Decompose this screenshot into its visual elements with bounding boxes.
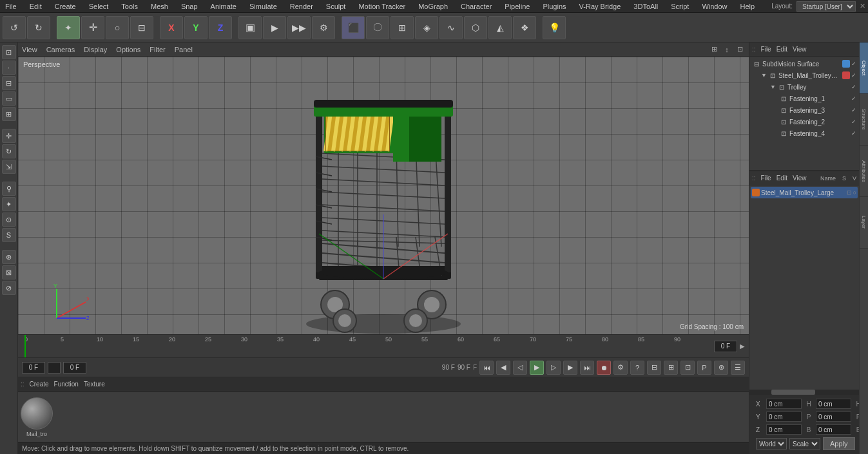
- apply-button[interactable]: Apply: [823, 437, 855, 450]
- obj-check-f3[interactable]: ✓: [851, 107, 856, 113]
- transport-record-btn[interactable]: ⏺: [597, 361, 611, 375]
- mograph-button[interactable]: ❖: [513, 16, 536, 39]
- lt-scale[interactable]: ⇲: [2, 160, 16, 174]
- material-menu-function[interactable]: Function: [54, 381, 79, 388]
- transport-step-back2-btn[interactable]: ◁: [513, 361, 527, 375]
- obj-check-f2[interactable]: ✓: [851, 118, 856, 125]
- spline-button[interactable]: ∿: [439, 16, 463, 39]
- lt-select[interactable]: ⊙: [2, 213, 16, 227]
- transport-sync-btn[interactable]: P: [697, 361, 711, 375]
- lower-menu-view[interactable]: View: [793, 175, 807, 182]
- obj-check-f1[interactable]: ✓: [851, 95, 856, 102]
- light-button[interactable]: 💡: [543, 16, 566, 39]
- viewport-menu-cameras[interactable]: Cameras: [46, 46, 75, 53]
- viewport-icon-3[interactable]: ⊡: [735, 44, 745, 55]
- menu-vray-bridge[interactable]: V-Ray Bridge: [577, 3, 624, 10]
- transport-grid-btn[interactable]: ⊞: [664, 361, 678, 375]
- lt-rotate[interactable]: ↻: [2, 144, 16, 158]
- menu-snap[interactable]: Snap: [178, 3, 200, 10]
- right-tab-layer[interactable]: Layer: [860, 197, 868, 249]
- render-button[interactable]: ▶: [263, 16, 286, 39]
- undo-button[interactable]: ↺: [3, 16, 26, 39]
- menu-animate[interactable]: Animate: [208, 3, 239, 10]
- viewport-menu-options[interactable]: Options: [116, 46, 140, 53]
- obj-row-fastening1[interactable]: ⊡ Fastening_1 ✓: [751, 93, 858, 104]
- lower-scroll-thumb[interactable]: [771, 390, 815, 395]
- material-menu-texture[interactable]: Texture: [84, 381, 105, 388]
- menu-mesh[interactable]: Mesh: [148, 3, 171, 10]
- obj-check-f4[interactable]: ✓: [851, 130, 856, 137]
- menu-help[interactable]: Help: [738, 3, 758, 10]
- axis-z-button[interactable]: Z: [209, 16, 232, 39]
- start-frame-input[interactable]: [63, 362, 86, 374]
- material-item-0[interactable]: Mail_tro: [21, 397, 53, 437]
- coord-input-hx[interactable]: [816, 399, 851, 409]
- timeline-track[interactable]: 0 5 10 15 20 25 30 35 40 45 50 55 60 65: [18, 335, 710, 357]
- timeline[interactable]: 0 5 10 15 20 25 30 35 40 45 50 55 60 65: [18, 334, 749, 357]
- menu-window[interactable]: Window: [699, 3, 729, 10]
- render-pv-button[interactable]: ▶▶: [287, 16, 311, 39]
- coord-input-pz[interactable]: [766, 424, 802, 435]
- layout-dropdown[interactable]: Startup [User]: [796, 1, 856, 12]
- viewport-canvas[interactable]: Perspective: [18, 57, 749, 334]
- obj-row-trolley-large[interactable]: ▼ ⊡ Steel_Mail_Trolley_Large ✓: [751, 70, 858, 81]
- transport-mode-btn[interactable]: ⊛: [714, 361, 728, 375]
- lt-polygon-mode[interactable]: ▭: [2, 91, 16, 106]
- move-tool-button[interactable]: ✛: [81, 16, 104, 39]
- menu-create[interactable]: Create: [52, 3, 79, 10]
- obj-row-fastening2[interactable]: ⊡ Fastening_2 ✓: [751, 116, 858, 128]
- axis-y-button[interactable]: Y: [184, 16, 207, 39]
- viewport-menu-view[interactable]: View: [22, 46, 37, 53]
- coord-world-select[interactable]: World: [756, 438, 787, 449]
- coord-input-sy[interactable]: [816, 411, 851, 422]
- viewport-icon-2[interactable]: ↕: [722, 44, 732, 55]
- lower-menu-edit[interactable]: Edit: [776, 175, 787, 182]
- obj-row-subdivision[interactable]: ⊟ Subdivision Surface ✓: [751, 58, 858, 70]
- material-menu-create[interactable]: Create: [30, 381, 49, 388]
- close-icon[interactable]: ✕: [860, 2, 865, 10]
- obj-menu-view[interactable]: View: [793, 46, 807, 53]
- menu-render[interactable]: Render: [287, 3, 316, 10]
- generator-button[interactable]: ⬡: [464, 16, 487, 39]
- nurbs-button[interactable]: 〇: [366, 16, 389, 39]
- timeline-frame-input[interactable]: [714, 341, 737, 352]
- menu-tools[interactable]: Tools: [119, 3, 140, 10]
- viewport-menu-display[interactable]: Display: [84, 46, 107, 53]
- lt-move[interactable]: ✛: [2, 129, 16, 143]
- right-tab-attributes[interactable]: Attributes: [860, 146, 868, 197]
- scale-tool-button[interactable]: ⊟: [130, 16, 153, 39]
- menu-select[interactable]: Select: [86, 3, 111, 10]
- coord-scale-select[interactable]: Scale: [789, 438, 820, 449]
- render-region-button[interactable]: ▣: [238, 16, 262, 39]
- right-tab-structure[interactable]: Structure: [860, 94, 868, 146]
- lower-obj-row-trolley[interactable]: Steel_Mail_Trolley_Large ⊡ ○: [751, 187, 858, 198]
- obj-row-trolley[interactable]: ▼ ⊡ Trolley ✓: [751, 81, 858, 93]
- lower-obj-s[interactable]: ⊡: [847, 189, 852, 196]
- tag-button[interactable]: ◭: [488, 16, 512, 39]
- menu-pipeline[interactable]: Pipeline: [502, 3, 532, 10]
- menu-script[interactable]: Script: [668, 3, 691, 10]
- axis-x-button[interactable]: X: [160, 16, 183, 39]
- transport-extra-btn[interactable]: ⊟: [647, 361, 661, 375]
- lt-edge-mode[interactable]: ⊟: [2, 76, 16, 90]
- lt-mesh[interactable]: ⊠: [2, 265, 16, 279]
- viewport-menu-panel[interactable]: Panel: [175, 46, 193, 53]
- render-settings-button[interactable]: ⚙: [312, 16, 335, 39]
- coord-input-px[interactable]: [766, 399, 802, 409]
- obj-row-fastening3[interactable]: ⊡ Fastening_3 ✓: [751, 104, 858, 116]
- transport-auto-key-btn[interactable]: ⚙: [613, 361, 628, 375]
- rotate-tool-button[interactable]: ○: [106, 16, 129, 39]
- lt-paint[interactable]: S: [2, 228, 16, 242]
- right-tab-object[interactable]: Object: [860, 43, 868, 94]
- current-frame-input[interactable]: [22, 362, 45, 374]
- obj-menu-edit[interactable]: Edit: [776, 46, 787, 53]
- coord-input-py[interactable]: [766, 411, 802, 422]
- obj-menu-file[interactable]: File: [761, 46, 771, 53]
- transport-step-fwd-btn[interactable]: ▷: [546, 361, 561, 375]
- viewport-menu-filter[interactable]: Filter: [149, 46, 165, 53]
- menu-edit[interactable]: Edit: [27, 3, 44, 10]
- lower-menu-file[interactable]: File: [761, 175, 771, 182]
- transport-play-btn[interactable]: ▶: [530, 361, 544, 375]
- lt-magnet[interactable]: ⚲: [2, 182, 16, 196]
- menu-sculpt[interactable]: Sculpt: [323, 3, 349, 10]
